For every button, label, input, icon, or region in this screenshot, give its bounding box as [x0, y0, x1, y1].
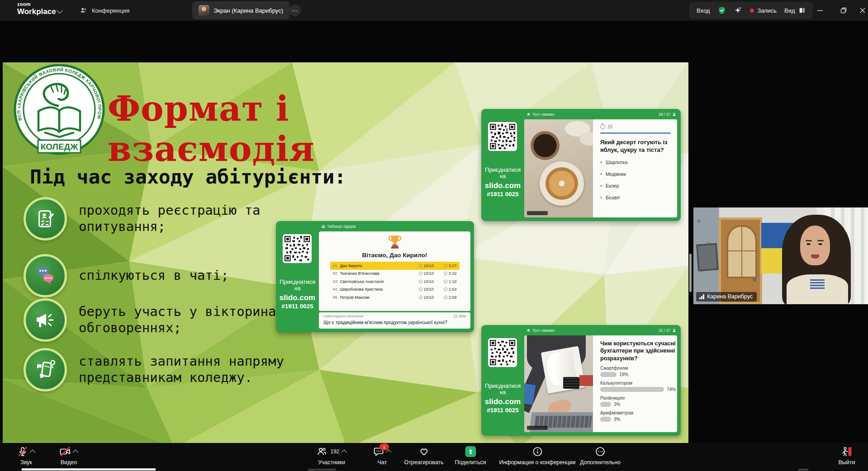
participants-chevron[interactable]	[341, 449, 347, 455]
share-label: Поделиться	[455, 459, 486, 466]
bullet-dot-icon	[600, 197, 602, 198]
poll-bar	[600, 402, 611, 407]
slido-leaderboard-header: Таблиця лідерів	[321, 221, 470, 231]
bullet-quiz: беруть участь у вікторинах та обговоренн…	[24, 298, 318, 342]
bullet-questions: ставлять запитання напряму представникам…	[24, 348, 318, 391]
close-button[interactable]	[856, 4, 868, 17]
join-line1: Приєднатися	[481, 167, 524, 174]
leaderboard-row: #1Дао Кирило 10/10 0:27	[330, 262, 460, 270]
phone-question-icon	[24, 348, 67, 391]
recording-indicator[interactable]: Запись	[750, 7, 777, 14]
leaderboard-row: #2Ткаченко В'ячеслава 10/10 0:32	[330, 270, 460, 278]
chat-bubbles-icon	[24, 254, 67, 297]
participants-count: 192	[330, 448, 339, 455]
leave-button[interactable]: Выйти	[838, 446, 855, 466]
panel-resize-handle[interactable]	[689, 254, 692, 292]
react-button[interactable]: Отреагировать	[404, 446, 443, 466]
poll-bar	[600, 417, 611, 422]
leaderboard-header-label: Таблиця лідерів	[327, 224, 356, 229]
ai-companion-icon[interactable]	[734, 6, 742, 14]
tab-screen-share[interactable]: Экран (Карина Варибрус)	[192, 1, 289, 19]
participants-button[interactable]: 192 Участники	[316, 446, 346, 466]
time-icon	[444, 264, 447, 268]
leaderboard-row: #5Петров Максим 10/10 2:08	[330, 293, 460, 301]
quiz-participants: 28 / 37	[659, 112, 670, 117]
slido-quiz-header: Тест наживо 28 / 37	[526, 109, 676, 119]
bullet-chat: спілкуються в чаті;	[24, 254, 318, 297]
audio-options-chevron[interactable]	[30, 449, 36, 455]
more-ellipsis-icon	[595, 446, 606, 457]
tab-meeting[interactable]: Конференция	[80, 0, 129, 21]
chat-unread-badge: 1	[379, 443, 389, 450]
slide-title: Формат і взаємодія	[108, 89, 497, 169]
title-bar: zoom Workplace Конференция Экран (Карина…	[0, 0, 868, 21]
quiz-timer: 10	[600, 124, 671, 129]
chat-chevron[interactable]	[386, 449, 392, 455]
chat-label: Чат	[378, 459, 387, 466]
webcam-tile[interactable]: Карина Варибрус	[693, 207, 868, 304]
minimize-button[interactable]	[813, 4, 827, 17]
poll-item: Смартфоном 19%	[600, 366, 676, 377]
tab-screen-label: Экран (Карина Варибрус)	[213, 7, 283, 14]
view-button[interactable]: Вид	[784, 7, 806, 14]
more-button[interactable]: Дополнительно	[580, 446, 621, 466]
stat-icon	[454, 315, 457, 318]
taskbar-peek-strip	[22, 468, 156, 471]
leaderboard-footer: Найскладніше запитання 33% Що є традицій…	[319, 312, 470, 329]
slido-join-block: Приєднатися на slido.com #1911 0025	[276, 279, 319, 310]
more-label: Дополнительно	[580, 459, 621, 466]
tab-more-button[interactable]: ⋯	[289, 5, 301, 16]
share-screen-icon	[465, 446, 476, 457]
bullet-dot-icon	[600, 173, 602, 175]
restore-button[interactable]	[837, 4, 850, 17]
shared-screen-slide: ВСП «ХАРКІВСЬКИЙ ФАХОВИЙ КОЛЕДЖ ХАРЧОВОЇ…	[3, 62, 688, 448]
quiz-header-label: Тест наживо	[532, 112, 555, 117]
quiz-icon	[526, 328, 531, 332]
share-button[interactable]: Поделиться	[455, 446, 486, 466]
video-button[interactable]: Видео	[59, 446, 78, 466]
brand-workplace: Workplace	[17, 8, 56, 15]
registration-checklist-icon	[24, 197, 67, 240]
titlebar-controls: Вход Запись Вид	[689, 2, 813, 19]
camera-muted-icon	[59, 446, 71, 457]
audio-button[interactable]: Звук	[17, 446, 35, 466]
video-options-chevron[interactable]	[73, 449, 79, 455]
footer-stat: 33%	[459, 314, 466, 318]
leave-door-icon	[841, 446, 853, 457]
quiz-option: Еклер	[600, 183, 671, 188]
qr-code	[488, 122, 517, 151]
slido-quiz-sidebar: Приєднатися на slido.com #1911 0025	[481, 109, 524, 221]
quiz-option: Бісквіт	[600, 195, 671, 200]
leaderboard-card: Вітаємо, Дао Кирило! #1Дао Кирило 10/10 …	[319, 231, 470, 311]
bullet-text: ставлять запитання напряму представникам…	[79, 353, 318, 386]
leaderboard-rows: #1Дао Кирило 10/10 0:27 #2Ткаченко В'яче…	[330, 262, 460, 301]
mic-muted-icon	[17, 446, 28, 457]
slido-domain: slido.com	[481, 181, 524, 190]
poll-header-label: Тест наживо	[532, 328, 555, 333]
meeting-info-button[interactable]: Информация о конференции	[499, 446, 575, 466]
taskbar-peek-strip	[798, 469, 808, 471]
chevron-down-icon[interactable]	[57, 7, 63, 14]
shield-check-icon[interactable]	[717, 6, 726, 15]
meeting-stage: ВСП «ХАРКІВСЬКИЙ ФАХОВИЙ КОЛЕДЖ ХАРЧОВОЇ…	[0, 21, 868, 443]
poll-participants: 31 / 37	[659, 328, 670, 333]
poll-bar	[600, 387, 664, 392]
zoom-window: zoom Workplace Конференция Экран (Карина…	[0, 0, 868, 471]
zoom-workplace-logo[interactable]: zoom Workplace	[17, 2, 56, 15]
quiz-option: Медівник	[600, 171, 671, 177]
signin-button[interactable]: Вход	[697, 7, 710, 14]
slido-leaderboard-panel: Таблиця лідерів	[276, 221, 474, 332]
slido-poll-sidebar: Приєднатися на slido.com #1911 0025	[481, 325, 524, 436]
slido-leaderboard-body: Вітаємо, Дао Кирило! #1Дао Кирило 10/10 …	[319, 231, 470, 329]
leaderboard-icon	[321, 224, 325, 228]
chat-button[interactable]: 1 Чат	[373, 446, 391, 466]
participants-icon	[316, 446, 327, 457]
stopwatch-icon	[600, 124, 605, 129]
slido-join-block: Приєднатися на slido.com #1911 0025	[481, 383, 524, 414]
quiz-progress-bar	[600, 132, 671, 134]
poll-photo-accountant	[524, 335, 593, 432]
slido-quiz-body: 10 Який десерт готують із яблук, цукру т…	[524, 119, 677, 217]
quiz-photo-dessert	[524, 119, 593, 217]
slido-join-block: Приєднатися на slido.com #1911 0025	[481, 167, 524, 198]
qr-code	[488, 338, 517, 367]
